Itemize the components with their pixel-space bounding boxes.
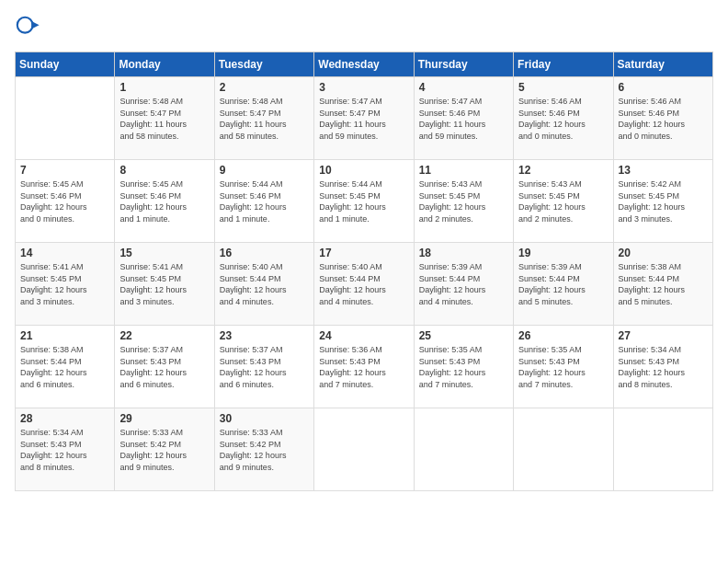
day-info: Sunrise: 5:46 AM Sunset: 5:46 PM Dayligh… [619,96,708,142]
weekday-header-tuesday: Tuesday [214,52,313,77]
calendar-cell: 20Sunrise: 5:38 AM Sunset: 5:44 PM Dayli… [613,243,712,326]
day-number: 7 [20,164,109,177]
day-info: Sunrise: 5:34 AM Sunset: 5:43 PM Dayligh… [20,427,109,473]
day-info: Sunrise: 5:43 AM Sunset: 5:45 PM Dayligh… [518,178,608,224]
day-number: 9 [220,164,309,177]
day-number: 12 [518,164,608,177]
day-info: Sunrise: 5:43 AM Sunset: 5:45 PM Dayligh… [419,178,508,224]
day-info: Sunrise: 5:41 AM Sunset: 5:45 PM Dayligh… [119,261,209,307]
calendar-cell: 2Sunrise: 5:48 AM Sunset: 5:47 PM Daylig… [214,77,313,160]
day-number: 28 [20,412,109,425]
day-number: 27 [619,329,708,342]
day-info: Sunrise: 5:40 AM Sunset: 5:44 PM Dayligh… [319,261,408,307]
weekday-header-sunday: Sunday [16,52,115,77]
day-info: Sunrise: 5:44 AM Sunset: 5:45 PM Dayligh… [319,178,408,224]
day-info: Sunrise: 5:38 AM Sunset: 5:44 PM Dayligh… [20,344,109,390]
day-number: 15 [119,247,209,259]
day-info: Sunrise: 5:42 AM Sunset: 5:45 PM Dayligh… [619,178,708,224]
calendar-cell: 6Sunrise: 5:46 AM Sunset: 5:46 PM Daylig… [613,77,712,160]
day-number: 21 [20,329,109,342]
calendar-cell: 1Sunrise: 5:48 AM Sunset: 5:47 PM Daylig… [115,77,214,160]
day-info: Sunrise: 5:37 AM Sunset: 5:43 PM Dayligh… [220,344,309,390]
calendar-cell: 29Sunrise: 5:33 AM Sunset: 5:42 PM Dayli… [115,408,214,491]
calendar-cell: 8Sunrise: 5:45 AM Sunset: 5:46 PM Daylig… [115,160,214,243]
day-number: 16 [220,247,309,259]
day-info: Sunrise: 5:38 AM Sunset: 5:44 PM Dayligh… [619,261,708,307]
calendar-cell: 26Sunrise: 5:35 AM Sunset: 5:43 PM Dayli… [514,326,613,408]
calendar-table: SundayMondayTuesdayWednesdayThursdayFrid… [15,52,713,491]
day-number: 20 [619,247,708,259]
day-info: Sunrise: 5:48 AM Sunset: 5:47 PM Dayligh… [119,96,209,142]
day-number: 26 [518,329,608,342]
day-info: Sunrise: 5:35 AM Sunset: 5:43 PM Dayligh… [419,344,508,390]
calendar-cell: 27Sunrise: 5:34 AM Sunset: 5:43 PM Dayli… [613,326,712,408]
calendar-cell: 3Sunrise: 5:47 AM Sunset: 5:47 PM Daylig… [314,77,414,160]
weekday-header-monday: Monday [115,52,214,77]
day-number: 17 [319,247,408,259]
day-info: Sunrise: 5:47 AM Sunset: 5:46 PM Dayligh… [419,96,508,142]
day-number: 11 [419,164,508,177]
weekday-header-wednesday: Wednesday [314,52,414,77]
day-number: 23 [220,329,309,342]
calendar-body: 1Sunrise: 5:48 AM Sunset: 5:47 PM Daylig… [16,77,713,491]
day-info: Sunrise: 5:39 AM Sunset: 5:44 PM Dayligh… [419,261,508,307]
calendar-cell [314,408,414,491]
day-info: Sunrise: 5:37 AM Sunset: 5:43 PM Dayligh… [119,344,209,390]
calendar-cell: 11Sunrise: 5:43 AM Sunset: 5:45 PM Dayli… [414,160,513,243]
calendar-cell: 30Sunrise: 5:33 AM Sunset: 5:42 PM Dayli… [214,408,313,491]
day-info: Sunrise: 5:41 AM Sunset: 5:45 PM Dayligh… [20,261,109,307]
svg-marker-1 [31,21,39,29]
page-header [15,15,713,40]
day-number: 14 [20,247,109,259]
calendar-cell: 28Sunrise: 5:34 AM Sunset: 5:43 PM Dayli… [16,408,115,491]
calendar-cell: 23Sunrise: 5:37 AM Sunset: 5:43 PM Dayli… [214,326,313,408]
calendar-week-4: 21Sunrise: 5:38 AM Sunset: 5:44 PM Dayli… [16,326,713,408]
day-number: 30 [220,412,309,425]
calendar-cell: 16Sunrise: 5:40 AM Sunset: 5:44 PM Dayli… [214,243,313,326]
calendar-week-2: 7Sunrise: 5:45 AM Sunset: 5:46 PM Daylig… [16,160,713,243]
calendar-cell [414,408,513,491]
day-info: Sunrise: 5:45 AM Sunset: 5:46 PM Dayligh… [119,178,209,224]
calendar-cell: 4Sunrise: 5:47 AM Sunset: 5:46 PM Daylig… [414,77,513,160]
day-info: Sunrise: 5:36 AM Sunset: 5:43 PM Dayligh… [319,344,408,390]
calendar-cell [613,408,712,491]
calendar-cell [16,77,115,160]
calendar-week-1: 1Sunrise: 5:48 AM Sunset: 5:47 PM Daylig… [16,77,713,160]
calendar-cell: 25Sunrise: 5:35 AM Sunset: 5:43 PM Dayli… [414,326,513,408]
day-number: 19 [518,247,608,259]
day-number: 5 [518,81,608,94]
day-info: Sunrise: 5:46 AM Sunset: 5:46 PM Dayligh… [518,96,608,142]
day-info: Sunrise: 5:40 AM Sunset: 5:44 PM Dayligh… [220,261,309,307]
day-info: Sunrise: 5:44 AM Sunset: 5:46 PM Dayligh… [220,178,309,224]
weekday-header-friday: Friday [514,52,613,77]
calendar-cell: 7Sunrise: 5:45 AM Sunset: 5:46 PM Daylig… [16,160,115,243]
day-number: 29 [119,412,209,425]
calendar-cell: 17Sunrise: 5:40 AM Sunset: 5:44 PM Dayli… [314,243,414,326]
day-number: 2 [220,81,309,94]
day-info: Sunrise: 5:35 AM Sunset: 5:43 PM Dayligh… [518,344,608,390]
day-number: 3 [319,81,408,94]
logo-icon [15,15,40,40]
calendar-cell: 22Sunrise: 5:37 AM Sunset: 5:43 PM Dayli… [115,326,214,408]
day-number: 10 [319,164,408,177]
logo [15,15,44,40]
day-number: 8 [119,164,209,177]
day-number: 22 [119,329,209,342]
calendar-cell: 15Sunrise: 5:41 AM Sunset: 5:45 PM Dayli… [115,243,214,326]
day-number: 6 [619,81,708,94]
day-number: 13 [619,164,708,177]
calendar-cell: 13Sunrise: 5:42 AM Sunset: 5:45 PM Dayli… [613,160,712,243]
day-number: 25 [419,329,508,342]
weekday-header-saturday: Saturday [613,52,712,77]
day-info: Sunrise: 5:45 AM Sunset: 5:46 PM Dayligh… [20,178,109,224]
weekday-header-thursday: Thursday [414,52,513,77]
calendar-cell: 14Sunrise: 5:41 AM Sunset: 5:45 PM Dayli… [16,243,115,326]
day-info: Sunrise: 5:33 AM Sunset: 5:42 PM Dayligh… [119,427,209,473]
calendar-week-5: 28Sunrise: 5:34 AM Sunset: 5:43 PM Dayli… [16,408,713,491]
calendar-cell: 12Sunrise: 5:43 AM Sunset: 5:45 PM Dayli… [514,160,613,243]
calendar-cell: 18Sunrise: 5:39 AM Sunset: 5:44 PM Dayli… [414,243,513,326]
calendar-cell: 5Sunrise: 5:46 AM Sunset: 5:46 PM Daylig… [514,77,613,160]
calendar-header: SundayMondayTuesdayWednesdayThursdayFrid… [16,52,713,77]
calendar-cell: 21Sunrise: 5:38 AM Sunset: 5:44 PM Dayli… [16,326,115,408]
calendar-cell [514,408,613,491]
